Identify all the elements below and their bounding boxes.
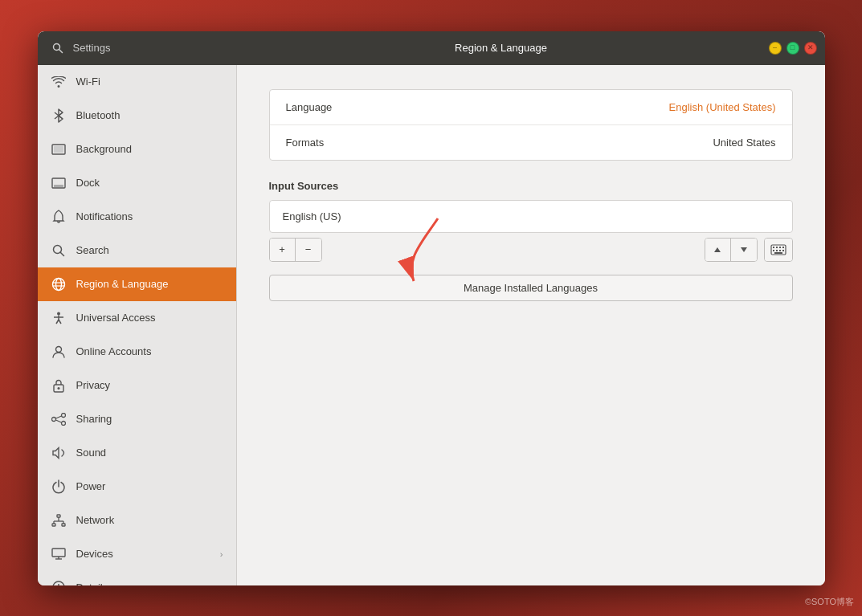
titlebar-left-label: Settings bbox=[73, 42, 234, 54]
input-source-item-english[interactable]: English (US) bbox=[270, 201, 792, 232]
sidebar-item-devices-label: Devices bbox=[76, 548, 210, 560]
svg-rect-49 bbox=[782, 250, 784, 251]
svg-rect-42 bbox=[773, 247, 774, 248]
network-icon bbox=[51, 512, 67, 528]
sidebar-item-sharing[interactable]: Sharing bbox=[38, 402, 236, 436]
svg-rect-44 bbox=[779, 247, 781, 248]
notifications-icon bbox=[51, 209, 67, 225]
privacy-icon bbox=[51, 377, 67, 394]
sidebar-item-details-label: Details bbox=[76, 581, 210, 585]
devices-icon bbox=[51, 546, 67, 562]
language-row[interactable]: Language English (United States) bbox=[270, 90, 792, 125]
sidebar-item-power-label: Power bbox=[76, 480, 223, 492]
svg-line-26 bbox=[55, 420, 61, 422]
sidebar-item-notifications[interactable]: Notifications bbox=[38, 200, 236, 234]
svg-point-10 bbox=[52, 278, 64, 290]
sidebar-item-dock[interactable]: Dock bbox=[38, 166, 236, 200]
minimize-button[interactable]: – bbox=[769, 42, 782, 55]
keyboard-layout-button[interactable] bbox=[765, 239, 792, 261]
svg-point-19 bbox=[55, 346, 61, 352]
svg-line-9 bbox=[60, 252, 64, 256]
dock-icon bbox=[51, 175, 67, 191]
window-controls: – □ ✕ bbox=[769, 42, 817, 55]
svg-rect-5 bbox=[54, 146, 63, 153]
sidebar: Wi-Fi Bluetooth bbox=[38, 65, 237, 585]
move-down-button[interactable] bbox=[731, 239, 757, 261]
sidebar-item-online[interactable]: Online Accounts bbox=[38, 335, 236, 369]
input-sources-title: Input Sources bbox=[269, 180, 793, 192]
manage-installed-languages-button[interactable]: Manage Installed Languages bbox=[269, 275, 793, 301]
sidebar-item-network[interactable]: Network bbox=[38, 504, 236, 537]
svg-rect-48 bbox=[779, 250, 781, 251]
svg-rect-50 bbox=[774, 252, 782, 254]
sidebar-item-dock-label: Dock bbox=[76, 177, 223, 189]
svg-point-11 bbox=[55, 278, 61, 290]
online-accounts-icon bbox=[51, 344, 67, 360]
maximize-button[interactable]: □ bbox=[786, 42, 799, 55]
svg-rect-7 bbox=[54, 185, 63, 187]
svg-point-21 bbox=[57, 387, 59, 390]
sidebar-item-power[interactable]: Power bbox=[38, 470, 236, 504]
sidebar-item-bluetooth-label: Bluetooth bbox=[76, 109, 223, 121]
sidebar-item-search[interactable]: Search bbox=[38, 234, 236, 267]
sidebar-item-search-label: Search bbox=[76, 244, 223, 256]
sidebar-item-sound[interactable]: Sound bbox=[38, 436, 236, 470]
keyboard-group bbox=[764, 238, 793, 262]
language-formats-card: Language English (United States) Formats… bbox=[269, 89, 793, 161]
right-panel: Language English (United States) Formats… bbox=[237, 65, 825, 585]
svg-rect-43 bbox=[776, 247, 778, 248]
titlebar-title: Region & Language bbox=[234, 42, 769, 54]
svg-rect-47 bbox=[776, 250, 778, 251]
input-sources-toolbar: + − bbox=[269, 238, 793, 262]
details-icon bbox=[51, 580, 67, 585]
titlebar-search-icon[interactable] bbox=[46, 36, 70, 60]
sidebar-item-region[interactable]: Region & Language bbox=[38, 267, 236, 301]
main-content: Wi-Fi Bluetooth bbox=[38, 65, 825, 585]
details-arrow-icon: › bbox=[220, 583, 223, 585]
svg-line-1 bbox=[59, 49, 62, 52]
sidebar-item-wifi[interactable]: Wi-Fi bbox=[38, 65, 236, 99]
formats-row[interactable]: Formats United States bbox=[270, 125, 792, 160]
power-icon bbox=[51, 479, 67, 495]
wifi-icon bbox=[51, 74, 67, 90]
svg-rect-45 bbox=[782, 247, 784, 248]
sidebar-item-bluetooth[interactable]: Bluetooth bbox=[38, 99, 236, 133]
settings-window: Settings Region & Language – □ ✕ bbox=[38, 31, 825, 585]
svg-rect-30 bbox=[62, 524, 65, 526]
universal-access-icon bbox=[51, 310, 67, 326]
sidebar-item-devices[interactable]: Devices › bbox=[38, 537, 236, 571]
sidebar-item-network-label: Network bbox=[76, 514, 223, 526]
up-down-group bbox=[705, 238, 758, 262]
svg-line-18 bbox=[59, 320, 61, 324]
sidebar-item-privacy[interactable]: Privacy bbox=[38, 369, 236, 402]
remove-input-source-button[interactable]: − bbox=[296, 239, 321, 261]
svg-line-25 bbox=[55, 416, 61, 418]
svg-rect-29 bbox=[52, 524, 55, 526]
devices-arrow-icon: › bbox=[220, 549, 223, 559]
watermark: ©SOTO博客 bbox=[805, 596, 854, 608]
formats-label: Formats bbox=[286, 137, 325, 149]
sound-icon bbox=[51, 445, 67, 461]
titlebar: Settings Region & Language – □ ✕ bbox=[38, 31, 825, 65]
sidebar-item-background[interactable]: Background bbox=[38, 133, 236, 166]
svg-line-17 bbox=[56, 320, 59, 324]
svg-point-40 bbox=[58, 584, 59, 585]
sharing-icon bbox=[51, 411, 67, 427]
move-up-button[interactable] bbox=[705, 239, 731, 261]
svg-point-23 bbox=[61, 413, 65, 417]
sidebar-item-region-label: Region & Language bbox=[76, 278, 223, 290]
input-source-label: English (US) bbox=[283, 210, 341, 222]
language-label: Language bbox=[286, 101, 333, 113]
svg-point-14 bbox=[57, 312, 60, 315]
svg-point-22 bbox=[51, 417, 55, 421]
input-sources-list: English (US) bbox=[269, 200, 793, 233]
sidebar-item-universal-label: Universal Access bbox=[76, 312, 223, 324]
sidebar-item-details[interactable]: Details › bbox=[38, 571, 236, 585]
svg-rect-35 bbox=[52, 549, 65, 557]
sidebar-item-universal[interactable]: Universal Access bbox=[38, 301, 236, 335]
sidebar-item-wifi-label: Wi-Fi bbox=[76, 75, 223, 88]
svg-rect-28 bbox=[57, 515, 60, 517]
add-input-source-button[interactable]: + bbox=[270, 239, 296, 261]
formats-value: United States bbox=[713, 137, 775, 149]
close-button[interactable]: ✕ bbox=[804, 42, 817, 55]
